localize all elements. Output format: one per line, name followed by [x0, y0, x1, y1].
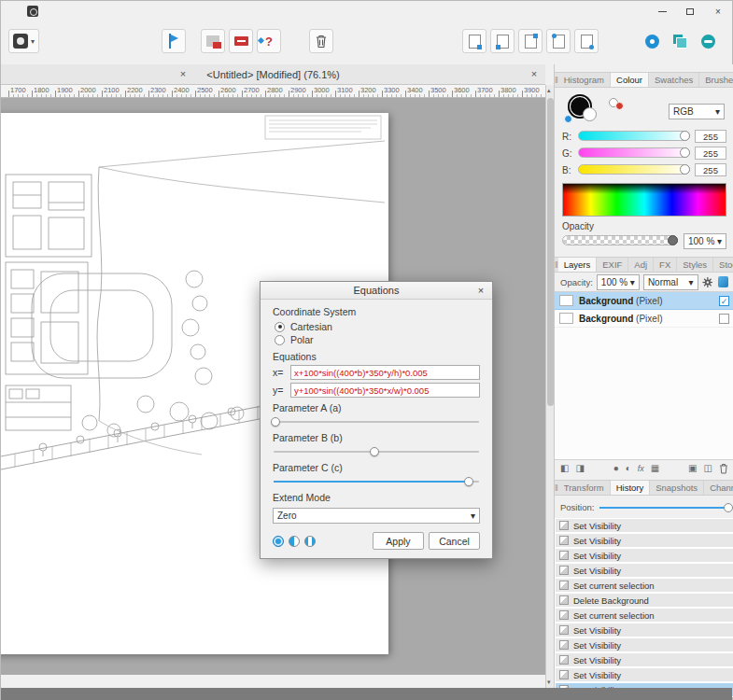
history-entry[interactable]: Set Visibility	[556, 638, 733, 651]
minimize-button[interactable]	[648, 1, 676, 21]
parameter-c-knob[interactable]	[464, 477, 473, 486]
vertical-scroll-thumb[interactable]	[547, 98, 554, 406]
group-layers-icon[interactable]: ▣	[688, 463, 697, 473]
tab-history[interactable]: History	[611, 481, 651, 495]
snapshot-button-3[interactable]	[518, 29, 543, 53]
scroll-down-icon[interactable]: ▾	[547, 679, 551, 686]
add-layer-icon[interactable]: ◫	[704, 463, 712, 473]
preview-mode-icon-3[interactable]	[304, 536, 316, 547]
assistant-levels-button[interactable]	[201, 29, 225, 53]
tab-histogram[interactable]: Histogram	[558, 73, 611, 87]
colour-model-select[interactable]: RGB ▾	[669, 104, 725, 119]
history-entry[interactable]: Set Visibility	[556, 534, 733, 547]
apply-button[interactable]: Apply	[373, 532, 424, 550]
layer-row[interactable]: Background (Pixel)✓	[555, 292, 733, 310]
history-entry[interactable]: Set current selection	[556, 609, 733, 622]
tab-swatches[interactable]: Swatches	[649, 73, 699, 87]
parameter-a-knob[interactable]	[271, 417, 280, 427]
sync-account-button[interactable]	[640, 29, 664, 53]
history-entry[interactable]: Set Visibility	[556, 668, 733, 681]
snapshot-button-4[interactable]	[546, 29, 571, 53]
layer-effects-icon[interactable]: fx	[638, 464, 644, 473]
green-channel-value[interactable]: 255	[695, 147, 726, 160]
dialog-titlebar[interactable]: Equations ×	[261, 282, 492, 300]
snapshot-button-1[interactable]	[462, 29, 486, 53]
position-slider[interactable]	[599, 502, 728, 513]
secondary-colour-swatch[interactable]	[583, 107, 597, 121]
layer-row[interactable]: Background (Pixel)	[555, 310, 733, 328]
dialog-close-icon[interactable]: ×	[474, 284, 487, 297]
close-button[interactable]: ×	[704, 1, 732, 21]
position-knob[interactable]	[724, 503, 733, 512]
snapshot-button-2[interactable]	[490, 29, 515, 53]
blue-channel-slider[interactable]	[578, 164, 690, 175]
tab-channels[interactable]: Channels	[704, 481, 733, 495]
adjustment-layer-icon[interactable]: ◐	[626, 463, 631, 473]
assistant-rgb-button[interactable]	[229, 29, 253, 53]
radio-cartesian-icon[interactable]	[275, 322, 285, 332]
radio-polar[interactable]: Polar	[275, 333, 480, 346]
history-entry[interactable]: Set Visibility	[556, 549, 733, 562]
blend-mode-select[interactable]: Normal ▾	[643, 274, 698, 290]
colour-spectrum[interactable]	[562, 183, 726, 217]
tab-close-icon[interactable]: ×	[176, 67, 190, 80]
flag-button[interactable]	[162, 29, 186, 53]
colour-opacity-select[interactable]: 100 % ▾	[684, 233, 726, 249]
tab-exif[interactable]: EXIF	[597, 258, 628, 272]
pattern-layer-icon[interactable]: ▦	[651, 463, 659, 473]
mask-layer-icon[interactable]: ●	[613, 463, 619, 473]
layer-visibility-checkbox[interactable]: ✓	[719, 296, 729, 306]
red-channel-value[interactable]: 255	[695, 130, 726, 143]
delete-layer-icon[interactable]	[719, 463, 728, 474]
colour-swatch-tool-button[interactable]: ▾	[8, 29, 39, 53]
history-entry[interactable]: Set Visibility	[556, 519, 733, 532]
assistant-help-button[interactable]: ?	[257, 29, 281, 53]
preview-mode-icon-1[interactable]	[273, 536, 284, 547]
green-channel-slider[interactable]	[578, 147, 690, 159]
tab-snapshots[interactable]: Snapshots	[650, 481, 704, 495]
x-equation-input[interactable]	[290, 365, 480, 380]
gear-icon[interactable]	[702, 276, 713, 288]
swap-colour-icon-b[interactable]	[615, 102, 624, 110]
tab-layers[interactable]: Layers	[558, 258, 598, 272]
link-layers-icon[interactable]: ◧	[560, 463, 569, 473]
extend-mode-select[interactable]: Zero ▾	[273, 508, 480, 524]
vertical-scrollbar[interactable]: ▴ ▾	[545, 85, 554, 688]
arrange-layers-icon[interactable]: ◨	[575, 463, 584, 473]
tab-brushes[interactable]: Brushes	[699, 73, 733, 87]
y-equation-input[interactable]	[290, 383, 480, 398]
red-channel-knob[interactable]	[680, 131, 690, 141]
parameter-a-slider[interactable]	[274, 416, 479, 427]
tab-fx[interactable]: FX	[654, 258, 677, 272]
history-entry[interactable]: Set Visibility	[556, 653, 733, 666]
colour-opacity-slider[interactable]	[562, 235, 678, 246]
dropdown-arrow-icon[interactable]: ▾	[31, 37, 35, 46]
snapshot-button-5[interactable]	[574, 29, 599, 53]
linked-stack-button[interactable]	[668, 29, 692, 53]
history-entry[interactable]: Set current selection	[556, 579, 733, 592]
parameter-b-slider[interactable]	[274, 446, 479, 457]
green-channel-knob[interactable]	[680, 147, 690, 158]
maximize-button[interactable]	[676, 1, 704, 21]
cancel-button[interactable]: Cancel	[429, 532, 480, 550]
red-channel-slider[interactable]	[578, 131, 690, 142]
scroll-up-icon[interactable]: ▴	[547, 87, 551, 94]
history-entry[interactable]: Delete Background	[556, 594, 733, 607]
document-tab-title[interactable]: <Untitled> [Modified] (76.1%)	[206, 69, 339, 80]
tab-stock[interactable]: Stock	[713, 258, 733, 272]
canvas[interactable]: Equations × Coordinate System Cartesian …	[1, 98, 545, 675]
parameter-b-knob[interactable]	[370, 447, 379, 456]
layer-visibility-checkbox[interactable]	[719, 314, 729, 324]
services-globe-button[interactable]	[696, 29, 720, 53]
colour-opacity-knob[interactable]	[668, 235, 678, 245]
tab-styles[interactable]: Styles	[677, 258, 713, 272]
tab-colour[interactable]: Colour	[611, 73, 649, 87]
radio-polar-icon[interactable]	[275, 335, 285, 345]
history-entry[interactable]: Set Visibility	[556, 564, 733, 577]
delete-button[interactable]	[309, 29, 333, 53]
parameter-c-slider[interactable]	[274, 476, 479, 487]
radio-cartesian[interactable]: Cartesian	[275, 320, 480, 333]
blue-channel-value[interactable]: 255	[695, 163, 726, 176]
view-close-icon[interactable]: ×	[528, 67, 541, 80]
tab-adj[interactable]: Adj	[628, 258, 654, 272]
